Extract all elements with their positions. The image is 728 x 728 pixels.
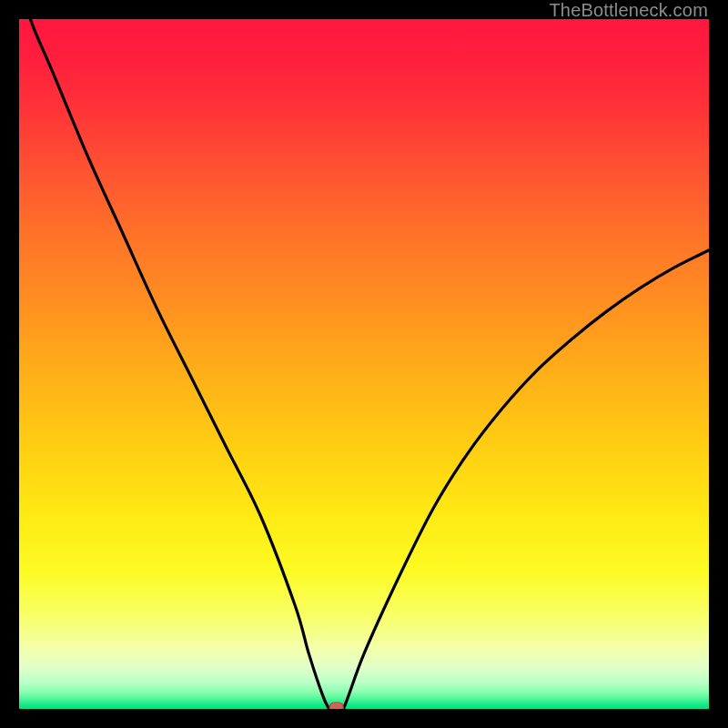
min-marker [329,703,343,709]
chart-frame: TheBottleneck.com [0,0,728,728]
watermark-text: TheBottleneck.com [549,0,708,21]
curve-layer [19,19,709,709]
bottleneck-curve [19,19,709,709]
plot-area [19,19,709,709]
